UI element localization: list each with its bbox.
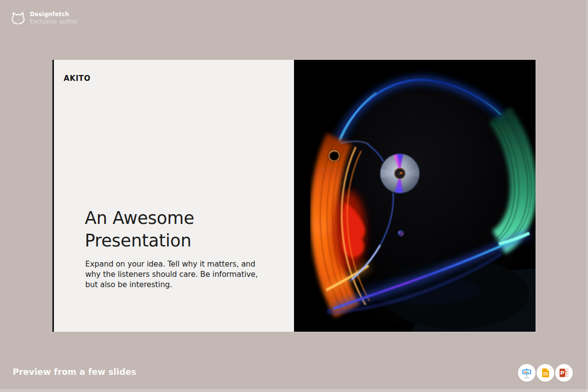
slide-text-panel: AKITO An Awesome Presentation Expand on … xyxy=(54,60,294,332)
slide-heading-line2: Presentation xyxy=(85,229,194,252)
cat-icon xyxy=(11,11,25,25)
helmet-photo-illustration xyxy=(294,60,536,332)
slide-preview: AKITO An Awesome Presentation Expand on … xyxy=(52,60,536,332)
slide-heading: An Awesome Presentation xyxy=(85,207,194,252)
brand-subtitle: Exclusive author xyxy=(30,19,78,25)
brand-name: Designfetch xyxy=(30,12,78,18)
app-format-badges: P xyxy=(518,364,573,382)
google-slides-badge[interactable] xyxy=(537,364,554,382)
footer-caption: Preview from a few slides xyxy=(13,367,136,377)
keynote-icon xyxy=(521,367,533,379)
slide-body-line: but also be interesting. xyxy=(85,280,258,290)
slide-logo: AKITO xyxy=(64,74,91,83)
marketing-cover: Designfetch Exclusive author AKITO An Aw… xyxy=(0,0,588,392)
powerpoint-badge[interactable]: P xyxy=(555,364,573,382)
helmet-photo xyxy=(294,60,536,332)
frame-edge-right xyxy=(586,0,588,392)
google-slides-icon xyxy=(539,367,551,379)
slide-body-line: why the listeners should care. Be inform… xyxy=(85,270,258,280)
keynote-badge[interactable] xyxy=(518,364,536,382)
frame-edge-bottom xyxy=(0,389,588,392)
slide-heading-line1: An Awesome xyxy=(85,207,194,229)
powerpoint-icon: P xyxy=(558,367,570,379)
brand-header: Designfetch Exclusive author xyxy=(11,10,78,25)
slide-body-line: Expand on your idea. Tell why it matters… xyxy=(85,259,258,270)
powerpoint-monogram: P xyxy=(560,370,564,376)
slide-body-text: Expand on your idea. Tell why it matters… xyxy=(85,259,258,290)
